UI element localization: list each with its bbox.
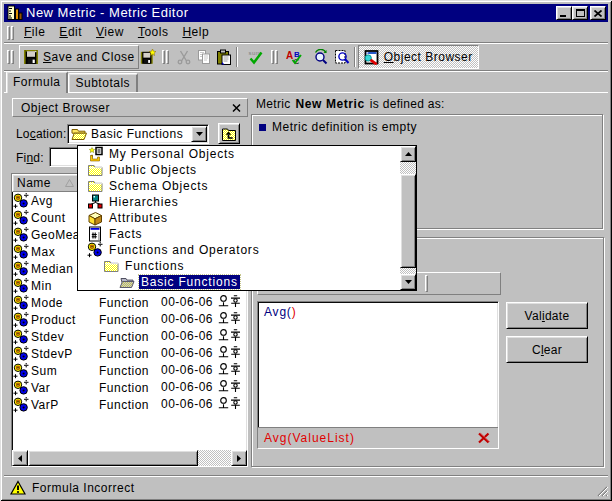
- formula-text[interactable]: Avg(): [258, 302, 498, 427]
- object-row-product[interactable]: ProductFunction00-06-06: [12, 311, 247, 328]
- save-and-close-button[interactable]: Save and Close: [19, 45, 139, 69]
- toolbar-grip-3[interactable]: [271, 50, 279, 64]
- object-name-cell: Sum: [12, 363, 97, 379]
- find-label: Find:: [16, 151, 44, 165]
- formula-editor[interactable]: Avg() Avg(ValueList): [257, 301, 499, 449]
- horizontal-scroll-track[interactable]: [198, 450, 231, 466]
- paste-icon: [216, 49, 232, 65]
- location-dropdown-popup: My Personal ObjectsPublic ObjectsSchema …: [77, 145, 417, 291]
- menu-help[interactable]: Help: [175, 23, 216, 42]
- toolbar: Save and Close sum ABC: [4, 43, 608, 71]
- horizontal-scroll-thumb[interactable]: [28, 450, 198, 466]
- object-modified-cell: 00-06-06: [161, 397, 247, 412]
- function-icon: [13, 193, 29, 209]
- menu-file[interactable]: File: [17, 23, 52, 42]
- toolbar-separator-2: [354, 47, 356, 67]
- warning-icon: [10, 480, 26, 496]
- maximize-button[interactable]: [572, 6, 588, 20]
- scroll-left-icon[interactable]: [12, 450, 28, 466]
- object-name: Sum: [31, 364, 57, 378]
- validate-button[interactable]: Validate: [506, 302, 588, 329]
- refresh-button[interactable]: [312, 46, 331, 68]
- object-browser-toggle[interactable]: Object Browser: [358, 45, 479, 69]
- tree-item-schema-objects[interactable]: Schema Objects: [78, 178, 400, 194]
- toolbar-separator-1: [236, 47, 238, 67]
- clear-button[interactable]: Clear: [506, 336, 588, 363]
- toolbar-grip-2[interactable]: [162, 50, 170, 64]
- popup-scroll-thumb[interactable]: [400, 174, 416, 268]
- metric-editor-window: New Metric - Metric Editor File Edit Vie…: [0, 0, 612, 501]
- scroll-down-icon[interactable]: [400, 274, 416, 290]
- scroll-right-icon[interactable]: [231, 450, 247, 466]
- cube-icon: [87, 210, 103, 226]
- tree-item-basic-functions[interactable]: Basic Functions: [78, 274, 400, 290]
- tree-item-attributes[interactable]: Attributes: [78, 210, 400, 226]
- object-browser-icon: [364, 49, 380, 65]
- tree-item-label: My Personal Objects: [107, 147, 237, 161]
- object-modified-cell: 00-06-06: [161, 346, 247, 361]
- menu-edit[interactable]: Edit: [52, 23, 89, 42]
- function-icon: [13, 278, 29, 294]
- object-name-cell: StdevP: [12, 346, 97, 362]
- function-icon: [13, 397, 29, 413]
- object-row-var[interactable]: VarFunction00-06-06: [12, 379, 247, 396]
- preview-button[interactable]: [333, 46, 352, 68]
- object-name: VarP: [31, 398, 59, 412]
- minimize-button[interactable]: [556, 6, 572, 20]
- validate-sum-button[interactable]: sum: [246, 46, 265, 68]
- menu-tools[interactable]: Tools: [131, 23, 176, 42]
- tree-item-label: Functions and Operators: [107, 243, 261, 257]
- paste-button[interactable]: [215, 46, 234, 68]
- save-as-button[interactable]: [139, 46, 158, 68]
- function-icon: [13, 380, 29, 396]
- toolbar-grip-1[interactable]: [7, 50, 15, 64]
- tree-item-functions-and-operators[interactable]: Functions and Operators: [78, 242, 400, 258]
- location-combobox[interactable]: Basic Functions: [67, 124, 209, 144]
- tree-item-public-objects[interactable]: Public Objects: [78, 162, 400, 178]
- object-modified-cell: 00-06-06: [161, 363, 247, 378]
- object-type-cell: Function: [97, 296, 161, 310]
- tree-item-hierarchies[interactable]: Hierarchies: [78, 194, 400, 210]
- up-one-level-button[interactable]: [218, 123, 240, 144]
- magnifier-cycle-icon: [313, 49, 329, 65]
- formula-hint-bar: Avg(ValueList): [258, 427, 498, 448]
- resize-grip[interactable]: [594, 483, 608, 497]
- object-row-sum[interactable]: SumFunction00-06-06: [12, 362, 247, 379]
- save-icon: [23, 49, 39, 65]
- menu-view[interactable]: View: [89, 23, 131, 42]
- object-row-stdev[interactable]: StdevFunction00-06-06: [12, 328, 247, 345]
- copy-button[interactable]: [195, 46, 214, 68]
- scroll-up-icon[interactable]: [400, 146, 416, 162]
- folder-closed-icon: [103, 258, 119, 274]
- tree-item-facts[interactable]: Facts: [78, 226, 400, 242]
- close-button[interactable]: [590, 6, 606, 20]
- app-icon[interactable]: [7, 5, 23, 21]
- object-row-mode[interactable]: ModeFunction00-06-06: [12, 294, 247, 311]
- object-name: Var: [31, 381, 50, 395]
- cut-button[interactable]: [175, 46, 194, 68]
- tab-subtotals[interactable]: Subtotals: [68, 73, 139, 92]
- tab-formula[interactable]: Formula: [6, 71, 68, 93]
- popup-scroll-track-top[interactable]: [400, 162, 416, 174]
- object-name-cell: Mode: [12, 295, 97, 311]
- object-row-varp[interactable]: VarPFunction00-06-06: [12, 396, 247, 413]
- object-type-cell: Function: [97, 330, 161, 344]
- object-name: Max: [31, 245, 55, 259]
- menubar-grip[interactable]: [7, 26, 15, 40]
- save-as-icon: [140, 49, 156, 65]
- pane-close-icon[interactable]: [228, 101, 244, 115]
- tree-item-label: Schema Objects: [107, 179, 210, 193]
- object-type-cell: Function: [97, 381, 161, 395]
- cut-icon: [176, 49, 192, 65]
- object-modified-cell: 00-06-06: [161, 312, 247, 327]
- spelling-button[interactable]: ABC: [285, 46, 304, 68]
- object-browser-pane-title: Object Browser: [21, 101, 110, 115]
- formula-token: Avg(: [264, 305, 292, 319]
- tree-item-my-personal-objects[interactable]: My Personal Objects: [78, 146, 400, 162]
- location-dropdown-arrow[interactable]: [191, 126, 207, 142]
- tree-item-label: Attributes: [107, 211, 170, 225]
- object-row-stdevp[interactable]: StdevPFunction00-06-06: [12, 345, 247, 362]
- tree-item-functions[interactable]: Functions: [78, 258, 400, 274]
- location-folder-icon: [71, 126, 87, 142]
- band-grip[interactable]: [425, 275, 428, 292]
